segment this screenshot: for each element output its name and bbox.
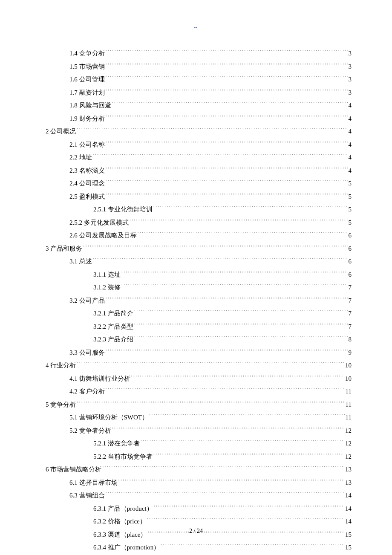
header-mark: --: [194, 25, 198, 29]
toc-leader-dots: [106, 114, 348, 121]
toc-leader-dots: [130, 218, 348, 225]
toc-entry-label: 1.4 竞争分析: [69, 47, 105, 60]
toc-entry: 5.2.1 潜在竞争者12: [40, 437, 352, 450]
toc-entry-page: 6: [349, 229, 352, 242]
toc-entry-label: 3.1.2 装修: [93, 281, 121, 294]
page-number: 2 / 24: [0, 528, 392, 535]
toc-entry-page: 3: [349, 73, 352, 86]
toc-entry: 3.3 公司服务9: [40, 346, 352, 359]
toc-leader-dots: [106, 387, 345, 393]
toc-leader-dots: [134, 309, 348, 315]
toc-entry: 3 产品和服务6: [40, 242, 352, 255]
toc-entry: 2.5 盈利模式5: [40, 190, 352, 203]
toc-leader-dots: [161, 543, 344, 549]
table-of-contents: 1.4 竞争分析31.5 市场营销31.6 公司管理31.7 融资计划31.8 …: [40, 47, 352, 555]
toc-entry-label: 5.2 竞争者分析: [69, 424, 111, 437]
toc-entry: 2.5.2 多元化发展模式5: [40, 216, 352, 229]
toc-entry-label: 6 市场营销战略分析: [46, 463, 101, 476]
toc-entry-page: 4: [349, 125, 352, 138]
toc-entry: 1.9 财务分析4: [40, 112, 352, 125]
toc-entry: 5 竞争分析11: [40, 398, 352, 411]
toc-entry-page: 3: [349, 86, 352, 99]
toc-entry: 3.2.3 产品介绍8: [40, 333, 352, 346]
toc-entry: 4.2 客户分析11: [40, 385, 352, 398]
toc-entry-label: 2.5 盈利模式: [69, 190, 105, 203]
toc-entry-page: 13: [345, 476, 352, 489]
toc-entry-label: 2.5.1 专业化街舞培训: [93, 203, 153, 216]
toc-entry-label: 3.1.1 选址: [93, 268, 121, 281]
toc-entry-page: 13: [345, 463, 352, 476]
toc-entry: 2.3 名称涵义4: [40, 164, 352, 177]
toc-leader-dots: [121, 283, 348, 289]
toc-entry-page: 11: [346, 411, 352, 424]
toc-entry-label: 2 公司概况: [46, 125, 76, 138]
toc-entry-page: 10: [345, 359, 352, 372]
toc-entry: 6.3.1 产品（product）14: [40, 502, 352, 515]
toc-entry-page: 7: [349, 294, 352, 307]
toc-entry-page: 8: [349, 333, 352, 346]
toc-entry-page: 7: [349, 281, 352, 294]
toc-leader-dots: [141, 439, 344, 445]
toc-entry: 1.4 竞争分析3: [40, 47, 352, 60]
toc-entry: 1.5 市场营销3: [40, 60, 352, 73]
toc-leader-dots: [134, 322, 348, 329]
toc-entry-page: 14: [345, 502, 352, 515]
toc-leader-dots: [106, 166, 348, 173]
toc-entry-label: 5.1 营销环境分析（SWOT）: [69, 411, 148, 424]
toc-leader-dots: [83, 244, 347, 251]
toc-entry-label: 1.6 公司管理: [69, 73, 105, 86]
toc-entry-label: 1.5 市场营销: [69, 60, 105, 73]
toc-entry-label: 6.3.1 产品（product）: [93, 502, 153, 515]
toc-entry-page: 4: [349, 99, 352, 112]
toc-entry-page: 15: [345, 541, 352, 554]
toc-entry-label: 2.6 公司发展战略及目标: [69, 229, 137, 242]
toc-leader-dots: [102, 465, 344, 471]
toc-entry: 2.6 公司发展战略及目标6: [40, 229, 352, 242]
toc-entry-label: 3.2.3 产品介绍: [93, 333, 133, 346]
toc-entry: 4 行业分析10: [40, 359, 352, 372]
toc-leader-dots: [106, 179, 348, 185]
toc-leader-dots: [106, 296, 348, 303]
toc-entry-page: 6: [349, 242, 352, 255]
toc-entry: 6.1 选择目标市场13: [40, 476, 352, 489]
toc-leader-dots: [118, 478, 345, 485]
toc-entry-page: 5: [349, 177, 352, 190]
toc-entry-page: 3: [349, 60, 352, 73]
toc-leader-dots: [138, 231, 348, 237]
toc-entry: 2 公司概况4: [40, 125, 352, 138]
toc-entry: 3.2 公司产品7: [40, 294, 352, 307]
toc-entry-page: 14: [345, 489, 352, 502]
toc-entry-page: 6: [349, 268, 352, 281]
toc-entry: 5.2 竞争者分析12: [40, 424, 352, 437]
toc-entry-label: 3.2 公司产品: [69, 294, 105, 307]
toc-leader-dots: [112, 101, 348, 107]
toc-entry-label: 5.2.2 当前市场竞争者: [93, 450, 153, 463]
toc-entry-page: 5: [349, 190, 352, 203]
toc-entry: 2.2 地址4: [40, 151, 352, 164]
toc-entry-page: 9: [349, 346, 352, 359]
toc-leader-dots: [121, 270, 348, 277]
toc-entry-label: 6.1 选择目标市场: [69, 476, 118, 489]
toc-leader-dots: [149, 413, 345, 419]
toc-entry: 2.5.1 专业化街舞培训5: [40, 203, 352, 216]
toc-leader-dots: [112, 426, 345, 433]
toc-entry-page: 4: [349, 112, 352, 125]
toc-entry-label: 2.5.2 多元化发展模式: [69, 216, 129, 229]
toc-entry-label: 6.3 营销组合: [69, 489, 105, 502]
toc-leader-dots: [77, 361, 344, 367]
toc-leader-dots: [154, 504, 344, 511]
toc-entry: 6 市场营销战略分析13: [40, 463, 352, 476]
toc-leader-dots: [106, 192, 348, 199]
toc-entry-page: 5: [349, 203, 352, 216]
toc-entry: 3.1 总述6: [40, 255, 352, 268]
toc-entry-label: 5 竞争分析: [46, 398, 76, 411]
toc-entry-label: 3.2.2 产品类型: [93, 320, 133, 333]
toc-entry: 1.7 融资计划3: [40, 86, 352, 99]
toc-entry-page: 12: [345, 424, 352, 437]
toc-entry-page: 4: [349, 138, 352, 151]
toc-entry-label: 2.3 名称涵义: [69, 164, 105, 177]
toc-leader-dots: [93, 257, 348, 263]
toc-leader-dots: [153, 205, 348, 211]
toc-entry-page: 3: [349, 47, 352, 60]
toc-entry: 6.3.4 推广（promotion）15: [40, 541, 352, 554]
